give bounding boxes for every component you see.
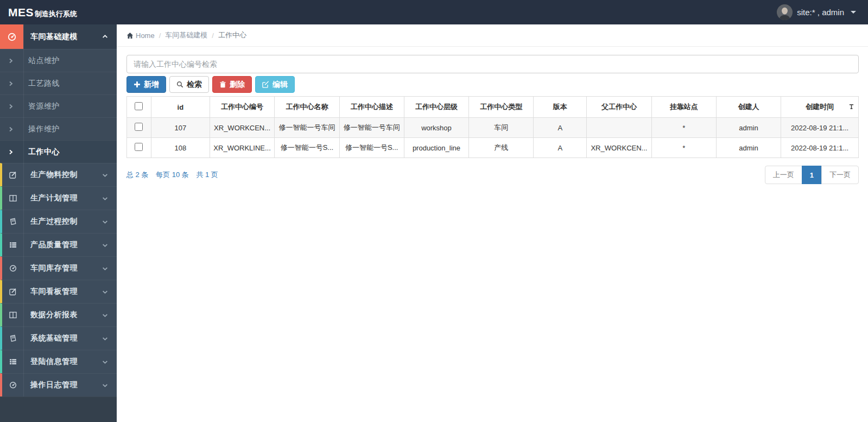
cell-level: production_line [404, 138, 468, 158]
sidebar-subitem-site-maintenance[interactable]: 站点维护 [0, 49, 117, 72]
delete-button-label: 删除 [230, 80, 245, 90]
column-header-type: 工作中心类型 [469, 97, 534, 118]
sidebar-subitem-process-route[interactable]: 工艺路线 [0, 72, 117, 95]
sidebar-item-data-analysis-report[interactable]: 数据分析报表 [0, 303, 117, 326]
sidebar-footer-area [0, 396, 117, 422]
search-input[interactable] [126, 55, 859, 73]
chevron-right-icon [0, 127, 21, 132]
sidebar-subitem-label: 工作中心 [28, 147, 117, 157]
pagination-page-count[interactable]: 共 1 页 [196, 171, 218, 179]
sidebar-item-product-quality-management[interactable]: 产品质量管理 [0, 233, 117, 256]
chevron-down-icon [102, 219, 108, 225]
cell-station: * [651, 118, 716, 138]
chevron-right-icon [0, 58, 21, 64]
search-button[interactable]: 检索 [169, 76, 209, 93]
chevron-down-icon [102, 196, 108, 201]
sidebar-icon-column-divider [23, 24, 24, 396]
cell-parent: XR_WORKCEN... [587, 138, 651, 158]
chevron-down-icon [102, 289, 108, 295]
cell-description: 修一智能一号车间 [339, 118, 404, 138]
sidebar-item-label: 车间库存管理 [30, 263, 102, 273]
user-menu[interactable]: site:* , admin [777, 4, 868, 20]
column-header-station: 挂靠站点 [651, 97, 716, 118]
app-window: MES 制造执行系统 site:* , admin 车间基础建模 [0, 0, 868, 422]
select-row-checkbox[interactable] [135, 143, 143, 151]
delete-button[interactable]: 删除 [212, 76, 252, 93]
sidebar-subitem-work-center[interactable]: 工作中心 [0, 140, 117, 163]
chevron-down-icon [102, 172, 108, 178]
column-header-name: 工作中心名称 [275, 97, 339, 118]
sidebar-subitem-label: 操作维护 [28, 124, 117, 134]
tachometer-icon [0, 24, 23, 49]
sidebar-item-workshop-kanban-management[interactable]: 车间看板管理 [0, 280, 117, 303]
page-body: 新增 检索 删除 编辑 [117, 47, 868, 184]
sidebar-item-login-info-management[interactable]: 登陆信息管理 [0, 350, 117, 373]
cell-created-time: 2022-08-19 21:1... [781, 138, 859, 158]
th-list-icon [2, 358, 23, 366]
sidebar-subitem-resource-maintenance[interactable]: 资源维护 [0, 95, 117, 117]
chevron-down-icon [102, 242, 108, 248]
select-row-checkbox[interactable] [135, 123, 143, 131]
cell-name: 修一智能一号车间 [275, 118, 339, 138]
search-icon [176, 81, 183, 88]
columns-icon [2, 311, 23, 319]
pagination-summary: 总 2 条 每页 10 条 共 1 页 [126, 170, 224, 180]
cell-id: 107 [151, 118, 210, 138]
cell-created-time: 2022-08-19 21:1... [781, 118, 859, 138]
logo-text-bold: MES [8, 6, 34, 19]
logo-text-rest: 制造执行系统 [35, 9, 77, 19]
sidebar-item-production-process-control[interactable]: 生产过程控制 [0, 210, 117, 233]
tachometer-icon [2, 381, 23, 389]
columns-icon [2, 194, 23, 202]
page-1-button[interactable]: 1 [802, 166, 822, 184]
sidebar-item-label: 生产过程控制 [30, 217, 102, 226]
pagination-bar: 总 2 条 每页 10 条 共 1 页 上一页 1 下一页 [126, 166, 859, 184]
column-header-description: 工作中心描述 [339, 97, 404, 118]
column-header-creator: 创建人 [716, 97, 781, 118]
sidebar-item-workshop-basic-modeling[interactable]: 车间基础建模 [0, 24, 117, 49]
pager: 上一页 1 下一页 [765, 166, 859, 184]
table-row[interactable]: 107 XR_WORKCEN... 修一智能一号车间 修一智能一号车间 work… [127, 118, 859, 138]
trash-icon [219, 81, 226, 88]
prev-page-button[interactable]: 上一页 [765, 166, 802, 184]
pagination-total[interactable]: 总 2 条 [126, 171, 148, 179]
pin-column-icon[interactable] [849, 104, 854, 110]
sidebar: 车间基础建模 站点维护 工艺路线 资源维护 操作维护 工作中心 生产物料控 [0, 24, 117, 422]
row-select-cell [127, 118, 151, 138]
edit-button[interactable]: 编辑 [255, 76, 295, 93]
next-page-button[interactable]: 下一页 [821, 166, 859, 184]
add-button[interactable]: 新增 [126, 76, 166, 93]
select-all-checkbox[interactable] [135, 102, 143, 110]
cell-creator: admin [716, 118, 781, 138]
breadcrumb-current: 工作中心 [218, 30, 246, 40]
sidebar-item-label: 车间基础建模 [30, 32, 102, 42]
cell-parent [587, 118, 651, 138]
sidebar-subitem-operation-maintenance[interactable]: 操作维护 [0, 117, 117, 140]
sidebar-subitem-label: 资源维护 [28, 102, 117, 111]
chevron-down-icon [102, 382, 108, 388]
pagination-per-page[interactable]: 每页 10 条 [156, 171, 189, 179]
chevron-up-icon [102, 34, 108, 40]
breadcrumb-section-link[interactable]: 车间基础建模 [165, 30, 207, 40]
toolbar: 新增 检索 删除 编辑 [126, 76, 859, 93]
sidebar-subitem-label: 站点维护 [28, 56, 117, 66]
sidebar-item-system-basic-management[interactable]: 系统基础管理 [0, 326, 117, 350]
chevron-right-icon [0, 104, 21, 109]
column-header-created-time: 创建时间 [781, 97, 859, 118]
cell-id: 108 [151, 138, 210, 158]
breadcrumb-home-link[interactable]: Home [136, 32, 155, 40]
caret-down-icon [851, 11, 856, 14]
chevron-down-icon [102, 266, 108, 272]
app-logo[interactable]: MES 制造执行系统 [0, 6, 77, 19]
sidebar-item-production-material-control[interactable]: 生产物料控制 [0, 163, 117, 186]
table-row[interactable]: 108 XR_WORKLINE... 修一智能一号S... 修一智能一号S...… [127, 138, 859, 158]
sidebar-item-production-plan-management[interactable]: 生产计划管理 [0, 186, 117, 210]
tachometer-icon [2, 264, 23, 272]
chevron-down-icon [102, 336, 108, 342]
sidebar-item-workshop-inventory-management[interactable]: 车间库存管理 [0, 256, 117, 280]
work-center-table: id 工作中心编号 工作中心名称 工作中心描述 工作中心层级 工作中心类型 版本… [126, 96, 859, 158]
chevron-right-icon [0, 149, 21, 155]
sidebar-item-label: 车间看板管理 [30, 287, 102, 297]
book-icon [2, 335, 23, 342]
sidebar-item-operation-log-management[interactable]: 操作日志管理 [0, 373, 117, 396]
